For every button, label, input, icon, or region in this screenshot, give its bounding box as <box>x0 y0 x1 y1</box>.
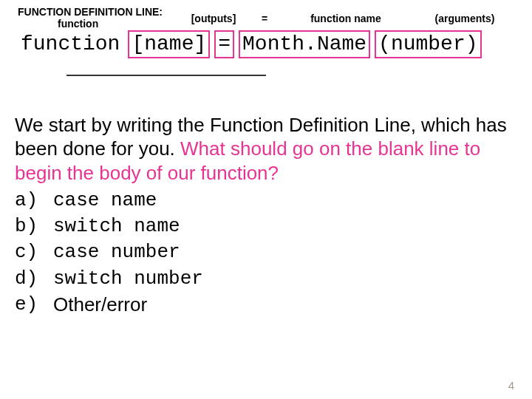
code-outputs-box: [name] <box>128 30 210 58</box>
option-c: c) case number <box>15 239 517 265</box>
option-text: case number <box>53 239 180 265</box>
option-text: switch name <box>53 214 180 239</box>
option-e: e) Other/error <box>15 292 517 318</box>
header-col-funcname: function name <box>279 6 412 30</box>
option-letter: c) <box>15 239 53 265</box>
option-letter: e) <box>15 292 53 318</box>
option-text: switch number <box>53 266 203 292</box>
function-definition-line: function [name] = Month.Name (number) <box>15 30 517 58</box>
question-text: We start by writing the Function Definit… <box>15 113 517 185</box>
code-args-box: (number) <box>375 30 481 58</box>
page-number: 4 <box>508 379 514 392</box>
header-title-line1: FUNCTION DEFINITION LINE: <box>18 6 177 18</box>
blank-underline <box>66 61 266 76</box>
option-text: Other/error <box>53 292 147 318</box>
option-b: b) switch name <box>15 214 517 239</box>
code-keyword: function <box>15 33 126 55</box>
header-col-args: (arguments) <box>412 6 517 30</box>
code-funcname-box: Month.Name <box>239 30 370 58</box>
option-letter: b) <box>15 214 53 239</box>
option-d: d) switch number <box>15 266 517 292</box>
option-text: case name <box>53 188 157 214</box>
header-labels: FUNCTION DEFINITION LINE: function [outp… <box>15 6 517 30</box>
options-list: a) case name b) switch name c) case numb… <box>15 188 517 317</box>
option-letter: a) <box>15 188 53 214</box>
option-letter: d) <box>15 266 53 292</box>
header-col-equals: = <box>250 6 279 30</box>
header-title-line2: function <box>18 18 177 30</box>
option-a: a) case name <box>15 188 517 214</box>
code-equals-box: = <box>214 30 234 58</box>
header-col-outputs: [outputs] <box>177 6 250 30</box>
header-title: FUNCTION DEFINITION LINE: function <box>15 6 177 30</box>
